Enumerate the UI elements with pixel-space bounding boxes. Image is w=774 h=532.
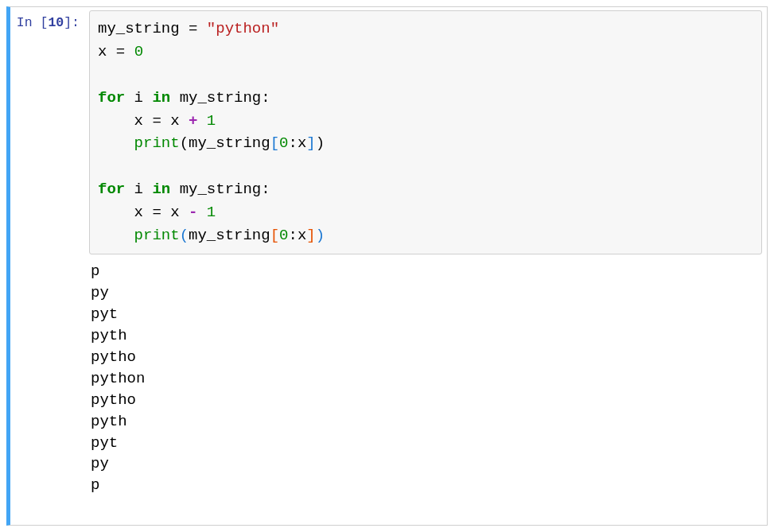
code-token (98, 134, 134, 152)
code-token: x (298, 134, 306, 152)
code-token: ) (316, 227, 325, 244)
code-token: 1 (207, 112, 216, 130)
code-token: : (288, 134, 297, 152)
code-token: my_string (170, 89, 261, 107)
code-token: ) (316, 134, 325, 152)
code-token: x (170, 204, 189, 221)
prompt-suffix: ]: (64, 15, 80, 30)
code-token (197, 204, 206, 221)
code-token: x (298, 227, 306, 244)
code-token: - (189, 204, 197, 221)
code-token: my_string (189, 134, 270, 152)
code-token: = (107, 43, 134, 60)
code-token: x (134, 204, 143, 221)
code-token: : (261, 89, 270, 107)
code-token: = (143, 112, 170, 130)
code-token: i (125, 181, 152, 198)
code-input[interactable]: my_string = "python" x = 0 for i in my_s… (89, 10, 762, 254)
code-token (98, 112, 134, 130)
code-token (98, 227, 134, 244)
code-token: my_string (189, 227, 270, 244)
code-token: my_string (98, 20, 180, 37)
code-token: print (134, 227, 180, 244)
code-token: in (152, 89, 170, 107)
code-token: ( (180, 227, 189, 244)
input-prompt: In [10]: (10, 7, 86, 525)
code-token: for (98, 89, 125, 107)
code-token: 0 (134, 43, 143, 60)
code-token: = (143, 204, 170, 221)
code-token: = (180, 20, 207, 37)
code-token: "python" (207, 20, 279, 37)
prompt-prefix: In [ (17, 15, 49, 30)
code-token: my_string (170, 181, 261, 198)
cell-body: my_string = "python" x = 0 for i in my_s… (86, 7, 767, 525)
code-token: : (288, 227, 297, 244)
code-output: p py pyt pyth pytho python pytho pyth py… (89, 254, 762, 497)
code-token: ] (306, 134, 315, 152)
execution-count: 10 (48, 15, 64, 30)
code-token (98, 204, 134, 221)
notebook-cell: In [10]: my_string = "python" x = 0 for … (6, 6, 768, 526)
code-token: + (189, 112, 197, 130)
code-token: x (98, 43, 107, 60)
code-token: x (170, 112, 189, 130)
code-token: ( (180, 134, 189, 152)
code-token (197, 112, 206, 130)
code-token: 0 (279, 227, 288, 244)
code-token: 1 (207, 204, 216, 221)
code-token: : (261, 181, 270, 198)
code-token: 0 (279, 134, 288, 152)
code-token: ] (306, 227, 315, 244)
code-token: i (125, 89, 152, 107)
code-token: [ (270, 227, 279, 244)
code-token: print (134, 134, 180, 152)
code-token: for (98, 181, 125, 198)
code-token: x (134, 112, 143, 130)
code-token: in (152, 181, 170, 198)
code-token: [ (270, 134, 279, 152)
